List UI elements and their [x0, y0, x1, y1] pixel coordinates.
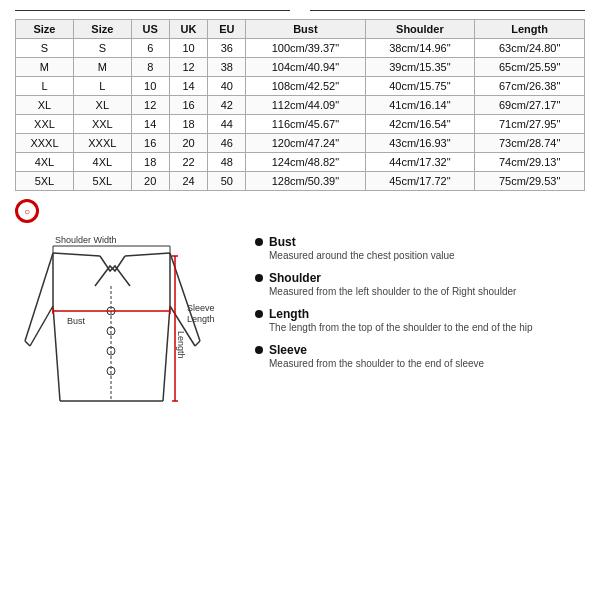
table-cell: XL	[73, 96, 131, 115]
table-header-cell: EU	[208, 20, 246, 39]
svg-text:Bust: Bust	[67, 316, 86, 326]
bullet-dot	[255, 346, 263, 354]
table-row: XXLXXL141844116cm/45.67"42cm/16.54"71cm/…	[16, 115, 585, 134]
table-row: SS61036100cm/39.37"38cm/14.96"63cm/24.80…	[16, 39, 585, 58]
svg-line-14	[53, 306, 60, 401]
table-cell: 44cm/17.32"	[365, 153, 475, 172]
table-cell: 46	[208, 134, 246, 153]
svg-text:Length: Length	[176, 331, 186, 359]
table-cell: 116cm/45.67"	[246, 115, 365, 134]
svg-line-13	[195, 341, 200, 346]
table-cell: S	[16, 39, 74, 58]
table-header-cell: Length	[475, 20, 585, 39]
table-cell: 38	[208, 58, 246, 77]
measure-desc: The length from the top of the shoulder …	[269, 321, 533, 335]
measure-list: BustMeasured around the chest position v…	[255, 231, 585, 434]
table-cell: XXXL	[73, 134, 131, 153]
table-cell: 75cm/29.53"	[475, 172, 585, 191]
table-header-row: SizeSizeUSUKEUBustShoulderLength	[16, 20, 585, 39]
svg-line-15	[163, 306, 170, 401]
measure-desc: Measured from the shoulder to the end of…	[269, 357, 484, 371]
table-cell: 4XL	[16, 153, 74, 172]
measure-label: Bust	[269, 235, 455, 249]
table-cell: 18	[131, 153, 169, 172]
bullet-dot	[255, 238, 263, 246]
title-section	[15, 10, 585, 11]
measure-text: ShoulderMeasured from the left shoulder …	[269, 271, 516, 299]
measure-item: ShoulderMeasured from the left shoulder …	[255, 271, 585, 299]
table-cell: 74cm/29.13"	[475, 153, 585, 172]
measure-text: SleeveMeasured from the shoulder to the …	[269, 343, 484, 371]
table-header-cell: US	[131, 20, 169, 39]
table-cell: 4XL	[73, 153, 131, 172]
measure-label: Shoulder	[269, 271, 516, 285]
table-cell: 67cm/26.38"	[475, 77, 585, 96]
bullet-dot	[255, 274, 263, 282]
table-cell: 65cm/25.59"	[475, 58, 585, 77]
table-header-cell: UK	[169, 20, 208, 39]
table-header-cell: Shoulder	[365, 20, 475, 39]
svg-text:Sleeve: Sleeve	[187, 303, 215, 313]
table-row: XLXL121642112cm/44.09"41cm/16.14"69cm/27…	[16, 96, 585, 115]
table-cell: M	[16, 58, 74, 77]
table-cell: 45cm/17.72"	[365, 172, 475, 191]
table-cell: 43cm/16.93"	[365, 134, 475, 153]
title-line-right	[310, 10, 585, 11]
table-cell: XXL	[16, 115, 74, 134]
table-cell: 48	[208, 153, 246, 172]
table-cell: 14	[169, 77, 208, 96]
table-cell: 50	[208, 172, 246, 191]
table-row: XXXLXXXL162046120cm/47.24"43cm/16.93"73c…	[16, 134, 585, 153]
bullet-dot	[255, 310, 263, 318]
table-cell: 20	[169, 134, 208, 153]
table-cell: 12	[169, 58, 208, 77]
table-cell: S	[73, 39, 131, 58]
diagram-svg: Shoulder Width	[15, 231, 245, 431]
table-cell: 44	[208, 115, 246, 134]
table-cell: 120cm/47.24"	[246, 134, 365, 153]
table-cell: 41cm/16.14"	[365, 96, 475, 115]
table-cell: 73cm/28.74"	[475, 134, 585, 153]
size-table: SizeSizeUSUKEUBustShoulderLength SS61036…	[15, 19, 585, 191]
page-container: SizeSizeUSUKEUBustShoulderLength SS61036…	[0, 0, 600, 444]
table-header-cell: Size	[16, 20, 74, 39]
table-cell: 22	[169, 153, 208, 172]
table-cell: L	[16, 77, 74, 96]
table-cell: 8	[131, 58, 169, 77]
measure-item: BustMeasured around the chest position v…	[255, 235, 585, 263]
diagram-area: Shoulder Width	[15, 231, 245, 434]
table-cell: 10	[169, 39, 208, 58]
table-cell: 104cm/40.94"	[246, 58, 365, 77]
svg-line-7	[125, 253, 170, 256]
measure-label: Sleeve	[269, 343, 484, 357]
table-cell: 16	[131, 134, 169, 153]
table-cell: 124cm/48.82"	[246, 153, 365, 172]
table-cell: 38cm/14.96"	[365, 39, 475, 58]
table-row: MM81238104cm/40.94"39cm/15.35"65cm/25.59…	[16, 58, 585, 77]
circle-icon: ○	[15, 199, 39, 223]
table-cell: XXXL	[16, 134, 74, 153]
table-cell: 42cm/16.54"	[365, 115, 475, 134]
table-cell: 63cm/24.80"	[475, 39, 585, 58]
how-to-measure-section: ○	[15, 199, 585, 223]
table-cell: 128cm/50.39"	[246, 172, 365, 191]
table-cell: 18	[169, 115, 208, 134]
table-cell: 5XL	[16, 172, 74, 191]
table-cell: 40	[208, 77, 246, 96]
table-cell: 42	[208, 96, 246, 115]
measure-desc: Measured around the chest position value	[269, 249, 455, 263]
table-cell: 5XL	[73, 172, 131, 191]
table-cell: 39cm/15.35"	[365, 58, 475, 77]
table-row: 4XL4XL182248124cm/48.82"44cm/17.32"74cm/…	[16, 153, 585, 172]
table-cell: 16	[169, 96, 208, 115]
svg-text:Shoulder Width: Shoulder Width	[55, 235, 117, 245]
table-cell: 108cm/42.52"	[246, 77, 365, 96]
table-cell: 24	[169, 172, 208, 191]
title-line-left	[15, 10, 290, 11]
table-cell: 71cm/27.95"	[475, 115, 585, 134]
table-cell: 14	[131, 115, 169, 134]
svg-line-10	[25, 341, 30, 346]
table-header-cell: Size	[73, 20, 131, 39]
table-cell: XL	[16, 96, 74, 115]
measure-item: SleeveMeasured from the shoulder to the …	[255, 343, 585, 371]
